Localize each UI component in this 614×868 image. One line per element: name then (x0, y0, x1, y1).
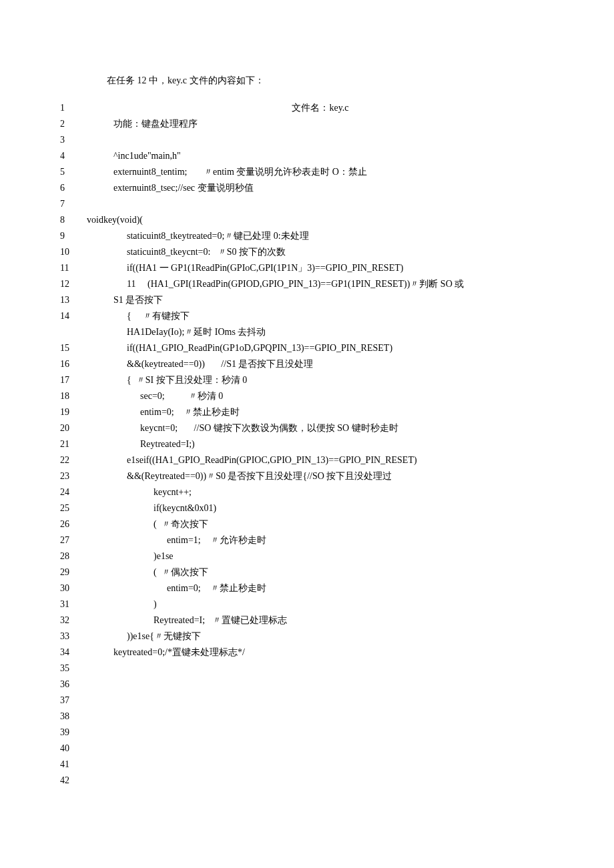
code-line (87, 196, 554, 212)
line-number: 25 (60, 500, 87, 516)
code-line: )e1se (87, 548, 554, 564)
code-line: ) (87, 596, 554, 612)
line-number: 35 (60, 661, 87, 677)
line-number: 13 (60, 292, 87, 308)
line-number: 30 (60, 580, 87, 596)
line-number: 27 (60, 532, 87, 548)
line-number: 33 (60, 628, 87, 644)
code-line (87, 725, 554, 741)
line-number: 3 (60, 132, 87, 148)
line-number: 28 (60, 548, 87, 564)
code-line (87, 132, 554, 148)
code-line: 11 (HA1_GPI(1ReadPin(GPIOD,GPIO_PIN_13)=… (87, 276, 554, 292)
line-number: 14 (60, 308, 87, 324)
line-number: 7 (60, 196, 87, 212)
code-line (87, 789, 554, 805)
line-number: 4 (60, 148, 87, 164)
line-number: 26 (60, 516, 87, 532)
code-line: { 〃有键按下 (87, 308, 554, 324)
code-line: if(keycnt&0x01) (87, 500, 554, 516)
code-line (87, 677, 554, 693)
code-line (87, 709, 554, 725)
line-number: 6 (60, 180, 87, 196)
line-number: 15 (60, 340, 87, 356)
line-number: 39 (60, 725, 87, 741)
code-line (87, 661, 554, 677)
line-number: 5 (60, 164, 87, 180)
line-number: 22 (60, 452, 87, 468)
line-number: 11 (60, 260, 87, 276)
line-number (60, 324, 87, 340)
line-number: 41 (60, 757, 87, 773)
code-line: ))e1se{〃无键按下 (87, 628, 554, 644)
line-number: 40 (60, 741, 87, 757)
code-line: entim=0; 〃禁止秒走时 (87, 580, 554, 596)
code-line: S1 是否按下 (87, 292, 554, 308)
line-number: 2 (60, 116, 87, 132)
code-listing: 1 2 3 4 5 6 7 8 9 10 11 12 13 14 15 16 1… (60, 100, 554, 805)
line-number: 8 (60, 212, 87, 228)
line-number-gutter: 1 2 3 4 5 6 7 8 9 10 11 12 13 14 15 16 1… (60, 100, 87, 805)
code-line (87, 773, 554, 789)
code-line: ( 〃偶次按下 (87, 564, 554, 580)
code-line: HA1DeIay(Io);〃延时 IOms 去抖动 (87, 324, 554, 340)
line-number: 12 (60, 276, 87, 292)
code-line: &&(keytreated==0)) //S1 是否按下且没处理 (87, 356, 554, 372)
line-number: 37 (60, 693, 87, 709)
line-number: 17 (60, 372, 87, 388)
code-line: voidkey(void)( (87, 212, 554, 228)
line-number: 10 (60, 244, 87, 260)
line-number: 21 (60, 436, 87, 452)
code-line: 文件名：key.c (87, 100, 554, 116)
line-number: 29 (60, 564, 87, 580)
code-line: Reytreated=I; 〃置键已处理标志 (87, 612, 554, 628)
code-line: staticuint8_tkeycnt=0: 〃S0 按下的次数 (87, 244, 554, 260)
code-line: ^inc1ude"main,h" (87, 148, 554, 164)
code-line (87, 741, 554, 757)
code-line: keytreated=0;/*置键未处理标志*/ (87, 644, 554, 661)
code-line: externuint8_tsec;//sec 变量说明秒值 (87, 180, 554, 196)
code-line: staticuint8_tkeytreated=0;〃键已处理 0:未处理 (87, 228, 554, 244)
code-line: externuint8_tentim; 〃entim 变量说明允许秒表走时 O：… (87, 164, 554, 180)
line-number: 20 (60, 420, 87, 436)
code-line: keycnt++; (87, 484, 554, 500)
line-number: 36 (60, 677, 87, 693)
line-number: 16 (60, 356, 87, 372)
code-line: sec=0; 〃秒清 0 (87, 388, 554, 404)
line-number: 1 (60, 100, 87, 116)
code-line: ( 〃奇次按下 (87, 516, 554, 532)
code-line (87, 757, 554, 773)
code-body: 文件名：key.c 功能：键盘处理程序 ^inc1ude"main,h" ext… (87, 100, 554, 805)
line-number: 9 (60, 228, 87, 244)
intro-text: 在任务 12 中，key.c 文件的内容如下： (107, 73, 554, 88)
line-number: 32 (60, 612, 87, 628)
code-line: e1seif((HA1_GPIO_ReadPin(GPIOC,GPIO_PIN_… (87, 452, 554, 468)
code-line: 功能：键盘处理程序 (87, 116, 554, 132)
code-line: if((HA1 一 GP1(1ReadPin(GPIoC,GPI(1P1N」3)… (87, 260, 554, 276)
code-line: if((HA1_GPIO_ReadPin(GP1oD,GPQPIN_13)==G… (87, 340, 554, 356)
code-line (87, 693, 554, 709)
line-number: 31 (60, 596, 87, 612)
code-line: entim=1; 〃允许秒走时 (87, 532, 554, 548)
line-number: 23 (60, 468, 87, 484)
line-number: 34 (60, 644, 87, 661)
line-number: 18 (60, 388, 87, 404)
code-line: entim=0; 〃禁止秒走时 (87, 404, 554, 420)
line-number: 19 (60, 404, 87, 420)
line-number: 38 (60, 709, 87, 725)
line-number: 42 (60, 773, 87, 789)
code-line: { 〃SI 按下且没处理：秒清 0 (87, 372, 554, 388)
code-line: keycnt=0; //SO 键按下次数设为偶数，以便按 SO 键时秒走时 (87, 420, 554, 436)
code-line: Reytreated=I;) (87, 436, 554, 452)
line-number: 24 (60, 484, 87, 500)
code-line: &&(Reytreated==0))〃S0 是否按下且没处理{//SO 按下且没… (87, 468, 554, 484)
